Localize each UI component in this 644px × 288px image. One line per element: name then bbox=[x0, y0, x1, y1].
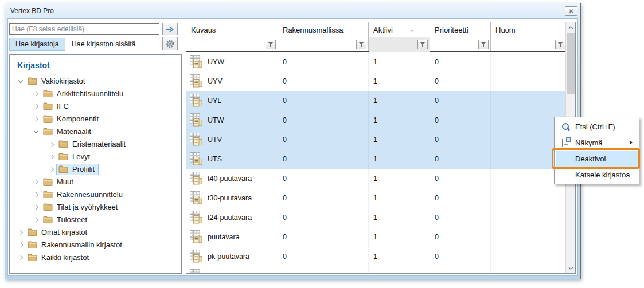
filter-funnel-button[interactable] bbox=[417, 40, 428, 49]
expander-expand-icon[interactable] bbox=[32, 193, 41, 196]
filter-cell-kuvaus[interactable] bbox=[186, 37, 278, 52]
cell-aktiivi: 1 bbox=[369, 52, 430, 72]
tree-item-komponentit[interactable]: Komponentit bbox=[10, 113, 181, 125]
filter-funnel-button[interactable] bbox=[356, 40, 366, 49]
expander-expand-icon[interactable] bbox=[32, 117, 41, 121]
cell-value: 0 bbox=[435, 58, 439, 66]
table-row[interactable] bbox=[186, 266, 565, 273]
table-row-uyl[interactable]: UYL010 bbox=[186, 91, 565, 111]
cell-huom bbox=[491, 52, 565, 72]
tree-item-arkkitehtisuunnittelu[interactable]: Arkkitehtisuunnittelu bbox=[10, 88, 181, 100]
context-menu: Etsi (Ctrl+F)NäkymäDeaktivoiKatsele kirj… bbox=[554, 117, 639, 184]
menu-item-n-kym[interactable]: Näkymä bbox=[556, 135, 638, 151]
menu-item-etsi-ctrl-f[interactable]: Etsi (Ctrl+F) bbox=[556, 119, 638, 135]
magnifier-icon bbox=[561, 123, 570, 131]
expander-collapse-icon[interactable] bbox=[16, 81, 25, 82]
library-item-icon bbox=[190, 55, 203, 69]
column-header-huom[interactable]: Huom bbox=[491, 22, 567, 37]
expander-expand-icon[interactable] bbox=[47, 168, 56, 171]
row-label: UYV bbox=[208, 77, 223, 85]
table-row-t30-puutavara[interactable]: t30-puutavara010 bbox=[186, 188, 565, 208]
filter-cell-huom[interactable] bbox=[491, 37, 567, 52]
row-label: UTV bbox=[208, 136, 222, 144]
chevron-right-icon bbox=[34, 192, 38, 197]
filter-funnel-button[interactable] bbox=[266, 40, 276, 49]
title-bar[interactable]: Vertex BD Pro ✕ bbox=[5, 3, 580, 18]
tree-item-label: Kaikki kirjastot bbox=[41, 253, 89, 262]
table-row-puutavara[interactable]: puutavara010 bbox=[186, 227, 565, 247]
cell-value: 0 bbox=[435, 233, 439, 241]
expander-expand-icon[interactable] bbox=[32, 180, 41, 184]
tree-item-eristemateriaalit[interactable]: Eristemateriaalit bbox=[10, 138, 181, 151]
filter-funnel-button[interactable] bbox=[555, 40, 565, 49]
filter-funnel-button[interactable] bbox=[478, 40, 489, 49]
folder-icon bbox=[58, 140, 68, 148]
search-input[interactable] bbox=[9, 23, 159, 35]
tab-hae-kirjaston-sis-lt[interactable]: Hae kirjaston sisältä bbox=[65, 38, 142, 51]
tree-item-tulosteet[interactable]: Tulosteet bbox=[10, 214, 181, 226]
library-contents-table: KuvausRakennusmallissaAktiiviPrioriteett… bbox=[186, 22, 576, 274]
tree-item-vakiokirjastot[interactable]: Vakiokirjastot bbox=[10, 75, 181, 88]
tree-item-muut[interactable]: Muut bbox=[10, 176, 181, 188]
expander-expand-icon[interactable] bbox=[32, 206, 41, 209]
table-row-uyv[interactable]: UYV010 bbox=[186, 72, 565, 91]
arrow-right-icon bbox=[165, 26, 175, 33]
close-button[interactable]: ✕ bbox=[565, 6, 577, 16]
library-item-icon bbox=[190, 113, 203, 128]
column-header-rakennusmallissa[interactable]: Rakennusmallissa bbox=[278, 22, 368, 37]
tree-item-rakennusmallin-kirjastot[interactable]: Rakennusmallin kirjastot bbox=[10, 239, 181, 251]
table-row-t40-puutavara[interactable]: t40-puutavara010 bbox=[186, 169, 565, 188]
expander-expand-icon[interactable] bbox=[47, 143, 56, 146]
tree-node: Tilat ja vyöhykkeet bbox=[41, 202, 122, 213]
column-header-kuvaus[interactable]: Kuvaus bbox=[186, 22, 278, 37]
expander-expand-icon[interactable] bbox=[32, 218, 41, 222]
cell-rakennusmallissa: 0 bbox=[278, 208, 369, 227]
expander-expand-icon[interactable] bbox=[16, 243, 25, 247]
search-go-button[interactable] bbox=[162, 23, 178, 35]
chevron-down-icon bbox=[410, 28, 414, 32]
view-icon bbox=[562, 139, 569, 147]
table-row-utv[interactable]: UTV010 bbox=[186, 130, 565, 149]
filter-cell-aktiivi[interactable] bbox=[369, 37, 430, 52]
expander-collapse-icon[interactable] bbox=[32, 131, 41, 133]
expander-expand-icon[interactable] bbox=[32, 105, 41, 108]
column-header-prioriteetti[interactable]: Prioriteetti bbox=[430, 22, 490, 37]
expander-expand-icon[interactable] bbox=[32, 92, 41, 96]
tree-item-ifc[interactable]: IFC bbox=[10, 100, 181, 113]
tree-item-materiaalit[interactable]: Materiaalit bbox=[10, 125, 181, 138]
tree-node: Omat kirjastot bbox=[25, 227, 91, 238]
expander-expand-icon[interactable] bbox=[47, 155, 56, 159]
menu-item-deaktivoi[interactable]: Deaktivoi bbox=[556, 151, 638, 167]
column-header-label: Rakennusmallissa bbox=[283, 26, 344, 34]
tree-item-rakennesuunnittelu[interactable]: Rakennesuunnittelu bbox=[10, 188, 181, 201]
tree-item-omat-kirjastot[interactable]: Omat kirjastot bbox=[10, 226, 181, 239]
scroll-thumb[interactable] bbox=[567, 33, 575, 94]
table-row-pk-puutavara[interactable]: pk-puutavara010 bbox=[186, 247, 565, 266]
column-header-aktiivi[interactable]: Aktiivi bbox=[369, 22, 430, 37]
menu-item-katsele-kirjastoa[interactable]: Katsele kirjastoa bbox=[556, 167, 638, 183]
table-row-uts[interactable]: UTS010 bbox=[186, 149, 565, 169]
cell-value: 1 bbox=[373, 116, 377, 124]
tab-hae-kirjastoja[interactable]: Hae kirjastoja bbox=[9, 38, 65, 51]
folder-icon bbox=[43, 102, 53, 110]
folder-icon bbox=[28, 77, 37, 85]
search-settings-button[interactable] bbox=[162, 37, 178, 50]
cell-prioriteetti: 0 bbox=[430, 91, 491, 111]
expander-expand-icon[interactable] bbox=[16, 231, 25, 234]
table-row-utw[interactable]: UTW010 bbox=[186, 111, 565, 130]
tree-item-profiilit[interactable]: Profiilit bbox=[10, 163, 181, 176]
tree-item-tilat-ja-vy-hykkeet[interactable]: Tilat ja vyöhykkeet bbox=[10, 201, 181, 214]
tree-item-kaikki-kirjastot[interactable]: Kaikki kirjastot bbox=[10, 251, 181, 264]
tree-node: IFC bbox=[41, 101, 73, 112]
filter-cell-rakennusmallissa[interactable] bbox=[278, 37, 368, 52]
scroll-up-button[interactable] bbox=[566, 22, 575, 32]
table-row-uyw[interactable]: UYW010 bbox=[186, 52, 565, 72]
folder-icon bbox=[43, 90, 53, 97]
scroll-down-button[interactable] bbox=[566, 263, 575, 273]
tree-item-levyt[interactable]: Levyt bbox=[10, 151, 181, 163]
filter-cell-prioriteetti[interactable] bbox=[430, 37, 490, 52]
app-window: Vertex BD Pro ✕ Hae kirjastojaHae kirjas… bbox=[5, 3, 581, 279]
table-row-t24-puutavara[interactable]: t24-puutavara010 bbox=[186, 208, 565, 227]
chevron-right-icon bbox=[49, 167, 54, 172]
expander-expand-icon[interactable] bbox=[16, 256, 25, 259]
